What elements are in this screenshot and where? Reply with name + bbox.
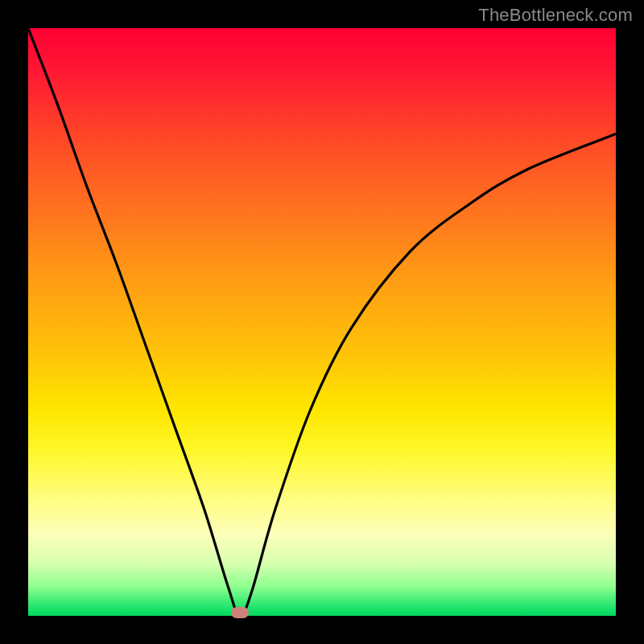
chart-frame <box>28 28 616 616</box>
bottleneck-curve-path <box>28 28 616 616</box>
bottleneck-curve-svg <box>28 28 616 616</box>
optimum-marker <box>231 607 249 618</box>
watermark-text: TheBottleneck.com <box>478 5 633 26</box>
